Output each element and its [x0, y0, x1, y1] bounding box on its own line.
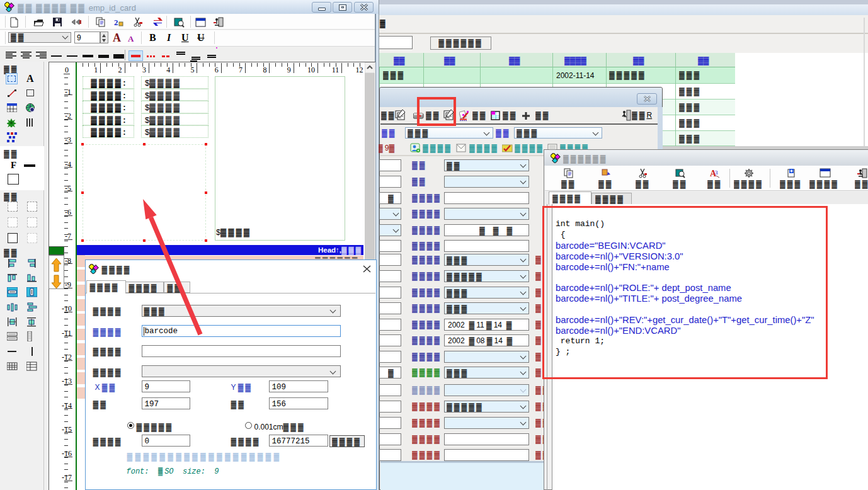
- svg-text:3: 3: [715, 169, 718, 176]
- svg-text:2: 2: [114, 18, 118, 27]
